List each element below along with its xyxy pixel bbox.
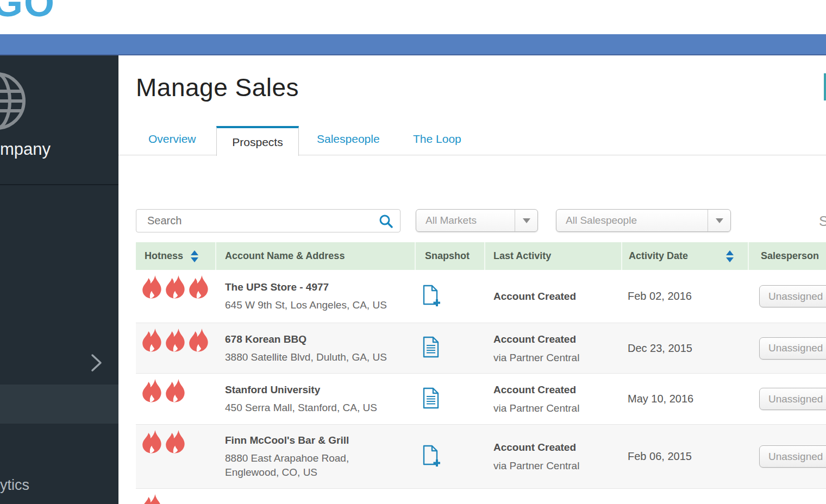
flame-icon xyxy=(141,430,162,457)
snapshot-cell xyxy=(416,425,485,488)
salesperson-cell: Unassigned xyxy=(749,425,826,488)
sidebar-divider xyxy=(0,184,118,185)
search-input[interactable] xyxy=(147,210,376,232)
flame-icon xyxy=(188,328,209,355)
document-lines-icon[interactable] xyxy=(422,336,440,360)
sort-arrows-icon[interactable] xyxy=(726,250,734,262)
activity-text: Account Created xyxy=(493,332,622,346)
snapshot-cell xyxy=(416,323,485,373)
account-cell: Finn McCool's Bar & Grill 8880 East Arap… xyxy=(216,425,416,488)
column-header-snapshot: Snapshot xyxy=(416,242,485,270)
triangle-down-icon xyxy=(523,218,530,223)
nav-bar xyxy=(0,34,826,55)
flame-icon xyxy=(141,328,162,355)
cut-off-right-text: S xyxy=(819,213,826,230)
column-label: Account Name & Address xyxy=(225,250,345,262)
table-row[interactable]: Finn McCool's Bar & Grill 8880 East Arap… xyxy=(136,424,826,488)
account-name: 678 Korean BBQ xyxy=(225,332,416,346)
tab-salespeople[interactable]: Salespeople xyxy=(317,133,380,146)
account-address: 8880 East Arapahoe Road,Englewood, CO, U… xyxy=(225,451,416,480)
dropdown-arrow-button[interactable] xyxy=(515,210,537,231)
account-cell: The UPS Store - 4977 645 W 9th St, Los A… xyxy=(216,270,416,323)
chevron-right-icon[interactable] xyxy=(89,353,104,373)
activity-text: Account Created xyxy=(493,440,622,454)
table-header: HotnessAccount Name & AddressSnapshotLas… xyxy=(136,242,826,270)
salesperson-cell: Unassigned xyxy=(749,323,826,373)
sort-down-icon[interactable] xyxy=(191,257,198,262)
sort-up-icon[interactable] xyxy=(191,250,198,255)
column-header-salesperson: Salesperson xyxy=(749,242,826,270)
tab-the-loop[interactable]: The Loop xyxy=(413,133,461,146)
document-lines-icon[interactable] xyxy=(422,387,440,411)
last-activity-cell: Account Created via Partner Central xyxy=(485,425,622,488)
markets-dropdown[interactable]: All Markets xyxy=(416,209,538,232)
table-row[interactable]: 678 Korean BBQ 3880 Satellite Blvd, Dulu… xyxy=(136,323,826,373)
flame-icon xyxy=(165,275,185,302)
table-row[interactable]: Toyota of Dallas xyxy=(136,488,826,504)
page-title: Manage Sales xyxy=(136,73,299,102)
document-add-icon[interactable] xyxy=(422,445,440,469)
flame-icon xyxy=(188,275,209,302)
account-cell: Toyota of Dallas xyxy=(216,489,416,504)
column-header-account-name-address: Account Name & Address xyxy=(216,242,416,270)
hotness-cell xyxy=(136,489,216,504)
app-logo[interactable]: GO xyxy=(0,0,55,25)
markets-dropdown-value: All Markets xyxy=(416,215,515,226)
snapshot-cell xyxy=(416,270,485,323)
search-icon[interactable] xyxy=(379,214,393,229)
column-header-last-activity: Last Activity xyxy=(485,242,622,270)
last-activity-cell: Account Created xyxy=(485,270,622,323)
company-label: mpany xyxy=(0,140,51,159)
activity-date-cell: Feb 06, 2015 xyxy=(622,425,749,488)
column-label: Salesperson xyxy=(761,250,819,262)
document-add-icon[interactable] xyxy=(422,285,440,308)
sidebar-item-active[interactable] xyxy=(0,385,118,424)
salesperson-assign-button[interactable]: Unassigned xyxy=(759,285,826,307)
activity-via-text: via Partner Central xyxy=(493,401,622,415)
salespeople-dropdown[interactable]: All Salespeople xyxy=(556,209,731,232)
account-name: Finn McCool's Bar & Grill xyxy=(225,433,416,448)
salesperson-assign-button[interactable]: Unassigned xyxy=(759,388,826,410)
activity-date-cell: Feb 02, 2016 xyxy=(622,270,749,323)
sort-down-icon[interactable] xyxy=(726,257,734,262)
salesperson-assign-button[interactable]: Unassigned xyxy=(759,445,826,468)
column-label: Snapshot xyxy=(425,250,470,262)
sidebar-item-analytics[interactable]: ytics xyxy=(0,477,29,494)
dropdown-arrow-button[interactable] xyxy=(708,210,730,231)
account-cell: Stanford University 450 Serra Mall, Stan… xyxy=(216,374,416,424)
hotness-cell xyxy=(136,270,216,323)
salesperson-cell: Unassigned xyxy=(749,374,826,424)
account-name: The UPS Store - 4977 xyxy=(225,280,416,294)
flame-icon xyxy=(141,379,162,406)
flame-icon xyxy=(165,430,185,457)
sidebar: mpany ytics xyxy=(0,55,118,504)
globe-icon xyxy=(0,71,27,131)
column-header-activity-date[interactable]: Activity Date xyxy=(622,242,749,270)
column-label: Activity Date xyxy=(629,250,688,262)
activity-text: Account Created xyxy=(493,383,622,396)
table-row[interactable]: The UPS Store - 4977 645 W 9th St, Los A… xyxy=(136,270,826,323)
table-row[interactable]: Stanford University 450 Serra Mall, Stan… xyxy=(136,373,826,424)
column-label: Last Activity xyxy=(493,250,551,262)
snapshot-cell xyxy=(416,489,485,504)
manage-sales-screen: GO mpany ytics Manage Sales O xyxy=(0,0,826,504)
tab-overview[interactable]: Overview xyxy=(148,133,196,146)
hotness-cell xyxy=(136,374,216,424)
account-name: Stanford University xyxy=(225,383,416,397)
hotness-cell xyxy=(136,323,216,373)
salesperson-cell xyxy=(749,489,826,504)
flame-icon xyxy=(141,494,162,504)
sort-arrows-icon[interactable] xyxy=(191,250,198,262)
tab-prospects[interactable]: Prospects xyxy=(216,126,299,156)
activity-date-cell: Dec 23, 2015 xyxy=(622,323,749,373)
salesperson-assign-button[interactable]: Unassigned xyxy=(759,337,826,360)
column-header-hotness[interactable]: Hotness xyxy=(136,242,216,270)
flame-icon xyxy=(141,275,162,302)
account-address: 645 W 9th St, Los Angeles, CA, US xyxy=(225,298,416,312)
snapshot-cell xyxy=(416,374,485,424)
activity-text: Account Created xyxy=(493,289,622,303)
activity-via-text: via Partner Central xyxy=(493,459,622,472)
sort-up-icon[interactable] xyxy=(726,250,734,255)
cut-off-button-edge[interactable] xyxy=(824,73,826,100)
top-header: GO xyxy=(0,0,826,34)
